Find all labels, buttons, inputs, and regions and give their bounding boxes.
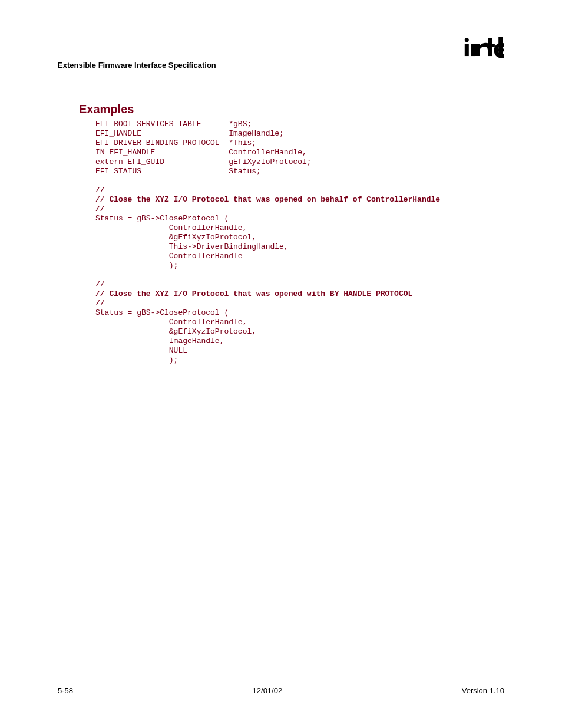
footer-date: 12/01/02 bbox=[253, 686, 283, 695]
svg-point-0 bbox=[465, 38, 469, 42]
code-line: &gEfiXyzIoProtocol, bbox=[95, 233, 256, 242]
code-comment: // bbox=[95, 280, 105, 289]
code-line: ImageHandle, bbox=[95, 337, 224, 345]
code-line: &gEfiXyzIoProtocol, bbox=[95, 327, 256, 336]
code-block: EFI_BOOT_SERVICES_TABLE *gBS; EFI_HANDLE… bbox=[95, 120, 504, 365]
code-comment: // Close the XYZ I/O Protocol that was o… bbox=[95, 289, 412, 298]
code-line: EFI_DRIVER_BINDING_PROTOCOL *This; bbox=[95, 139, 256, 147]
intel-logo bbox=[463, 35, 504, 59]
code-line: NULL bbox=[95, 346, 187, 355]
code-line: EFI_HANDLE ImageHandle; bbox=[95, 129, 284, 138]
code-comment: // bbox=[95, 186, 105, 195]
svg-rect-5 bbox=[488, 44, 492, 56]
section-heading: Examples bbox=[79, 103, 504, 116]
page-footer: 5-58 12/01/02 Version 1.10 bbox=[58, 686, 504, 695]
footer-page-number: 5-58 bbox=[58, 686, 73, 695]
svg-rect-6 bbox=[498, 37, 503, 56]
code-line: ControllerHandle, bbox=[95, 318, 247, 327]
footer-version: Version 1.10 bbox=[462, 686, 504, 695]
code-line: ControllerHandle bbox=[95, 252, 243, 261]
code-line: EFI_BOOT_SERVICES_TABLE *gBS; bbox=[95, 120, 252, 129]
code-line: Status = gBS->CloseProtocol ( bbox=[95, 214, 229, 223]
svg-rect-1 bbox=[465, 44, 469, 56]
svg-rect-2 bbox=[471, 44, 475, 56]
code-line: ); bbox=[95, 261, 178, 270]
code-line: Status = gBS->CloseProtocol ( bbox=[95, 308, 229, 317]
code-comment: // bbox=[95, 299, 105, 308]
page-header: Extensible Firmware Interface Specificat… bbox=[58, 52, 504, 70]
code-line: This->DriverBindingHandle, bbox=[95, 242, 289, 251]
code-line: IN EFI_HANDLE ControllerHandle, bbox=[95, 148, 307, 157]
page: Extensible Firmware Interface Specificat… bbox=[0, 0, 562, 728]
code-line: extern EFI_GUID gEfiXyzIoProtocol; bbox=[95, 157, 312, 166]
code-comment: // bbox=[95, 205, 105, 213]
code-comment: // Close the XYZ I/O Protocol that was o… bbox=[95, 195, 440, 204]
header-title: Extensible Firmware Interface Specificat… bbox=[58, 61, 216, 70]
code-line: ); bbox=[95, 355, 178, 364]
code-line: ControllerHandle, bbox=[95, 223, 247, 232]
svg-rect-3 bbox=[488, 38, 492, 44]
code-line: EFI_STATUS Status; bbox=[95, 167, 261, 176]
